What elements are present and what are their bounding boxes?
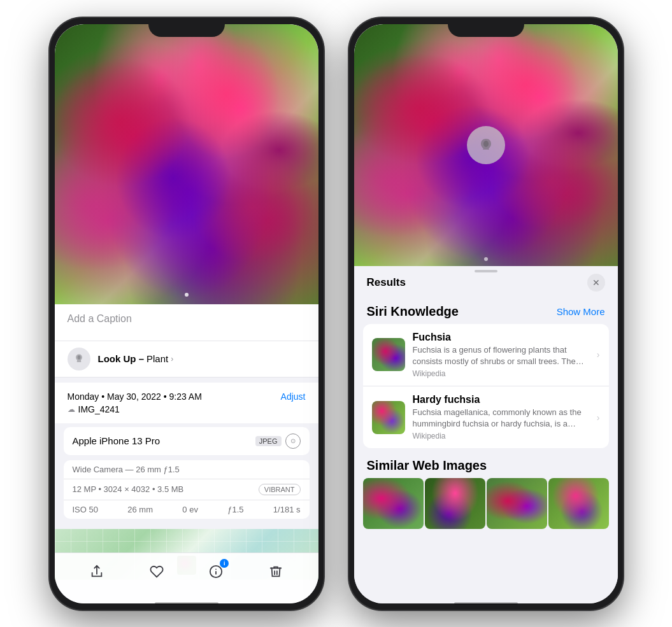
fuchsia-title: Fuchsia [413,332,589,343]
phone1-content: Add a Caption Look Up – Plant › [55,24,318,603]
shutter-value: 1/181 s [273,505,301,514]
siri-visual-button[interactable] [467,126,505,164]
delete-button[interactable] [264,560,287,583]
lookup-bold: Look Up – [98,353,145,364]
home-indicator-1 [155,602,218,605]
close-button[interactable]: ✕ [587,274,605,292]
siri-knowledge-header: Siri Knowledge Show More [354,299,618,324]
results-panel: Results ✕ Siri Knowledge Show More [354,266,618,603]
caption-area[interactable]: Add a Caption [55,304,318,341]
focal-value: 26 mm [127,505,153,514]
fuchsia-desc: Fuchsia is a genus of flowering plants t… [413,344,589,367]
photo-area-2[interactable] [354,24,618,266]
phone-1-screen: Add a Caption Look Up – Plant › [55,24,318,603]
web-images-title: Similar Web Images [354,453,618,478]
exif-row: ISO 50 26 mm 0 ev ƒ1.5 1/181 s [64,500,310,519]
cloud-icon: ☁ [68,405,75,414]
fuchsia-thumb-img [372,338,405,371]
camera-spec: Wide Camera — 26 mm ƒ1.5 [73,465,180,474]
close-icon: ✕ [592,278,600,288]
web-images-section: Similar Web Images [354,448,618,529]
web-images-row [354,478,618,529]
lookup-text[interactable]: Look Up – Plant › [98,353,174,364]
fuchsia-thumbnail [372,338,405,371]
hardy-text: Hardy fuchsia Fuchsia magellanica, commo… [413,394,589,440]
siri-icon [68,348,90,370]
hardy-title: Hardy fuchsia [413,394,589,405]
knowledge-card: Fuchsia Fuchsia is a genus of flowering … [363,324,609,449]
hardy-source: Wikipedia [413,432,589,440]
web-thumb-4[interactable] [548,478,609,529]
ev-value: 0 ev [182,505,198,514]
favorite-button[interactable] [145,560,168,583]
resolution-row: 12 MP • 3024 × 4032 • 3.5 MB VIBRANT [64,479,310,500]
meta-date-row: Monday • May 30, 2022 • 9:23 AM Adjust [68,391,306,402]
phone-2-frame: Results ✕ Siri Knowledge Show More [349,18,623,610]
camera-spec-row: Wide Camera — 26 mm ƒ1.5 [64,460,310,479]
photo-dot-2 [484,257,488,261]
fuchsia-text: Fuchsia Fuchsia is a genus of flowering … [413,332,589,378]
metadata-section: Monday • May 30, 2022 • 9:23 AM Adjust ☁… [55,383,318,423]
aperture-value: ƒ1.5 [227,505,243,514]
web-thumb-1[interactable] [363,478,424,529]
photo-dot-indicator [185,293,189,297]
phones-container: Add a Caption Look Up – Plant › [0,0,672,627]
adjust-button[interactable]: Adjust [281,391,306,402]
fuchsia-chevron: › [597,349,600,360]
lookup-chevron: › [171,355,173,363]
siri-knowledge-title: Siri Knowledge [367,304,459,319]
lookup-section[interactable]: Look Up – Plant › [55,341,318,377]
web-thumb-2[interactable] [425,478,485,529]
lookup-plain: Plant [147,353,168,364]
iso-value: ISO 50 [73,505,98,514]
meta-date: Monday • May 30, 2022 • 9:23 AM [68,391,202,402]
device-name: Apple iPhone 13 Pro [73,435,161,446]
phone-1-frame: Add a Caption Look Up – Plant › [50,18,324,610]
photo-area[interactable] [55,24,318,304]
svg-point-5 [483,141,489,147]
fuchsia-source: Wikipedia [413,369,589,378]
info-badge: i [220,559,229,568]
show-more-button[interactable]: Show More [557,306,605,317]
home-indicator-2 [454,602,518,605]
knowledge-item-hardy[interactable]: Hardy fuchsia Fuchsia magellanica, commo… [363,386,609,448]
hardy-thumbnail [372,401,405,434]
toolbar: i [55,553,318,603]
camera-settings-icon[interactable]: ⊙ [285,433,301,449]
meta-filename: IMG_4241 [78,404,120,414]
device-row[interactable]: Apple iPhone 13 Pro JPEG ⊙ [64,427,310,455]
share-button[interactable] [85,560,108,583]
svg-point-0 [77,355,80,360]
vibrant-badge: VIBRANT [259,484,301,495]
web-thumb-3[interactable] [487,478,547,529]
caption-placeholder[interactable]: Add a Caption [68,313,132,324]
hardy-desc: Fuchsia magellanica, commonly known as t… [413,407,589,430]
device-badges: JPEG ⊙ [255,433,301,449]
results-title: Results [367,276,406,289]
format-badge: JPEG [255,436,282,446]
results-header: Results ✕ [354,266,618,297]
hardy-thumb-img [372,401,405,434]
meta-filename-row: ☁ IMG_4241 [68,404,306,414]
phone2-content: Results ✕ Siri Knowledge Show More [354,24,618,603]
drag-handle[interactable] [475,270,497,272]
hardy-chevron: › [597,412,600,423]
info-button[interactable]: i [204,560,227,583]
knowledge-item-fuchsia[interactable]: Fuchsia Fuchsia is a genus of flowering … [363,324,609,386]
resolution: 12 MP • 3024 × 4032 • 3.5 MB [73,484,184,494]
flower-overlay [55,24,318,304]
phone-2-screen: Results ✕ Siri Knowledge Show More [354,24,618,603]
